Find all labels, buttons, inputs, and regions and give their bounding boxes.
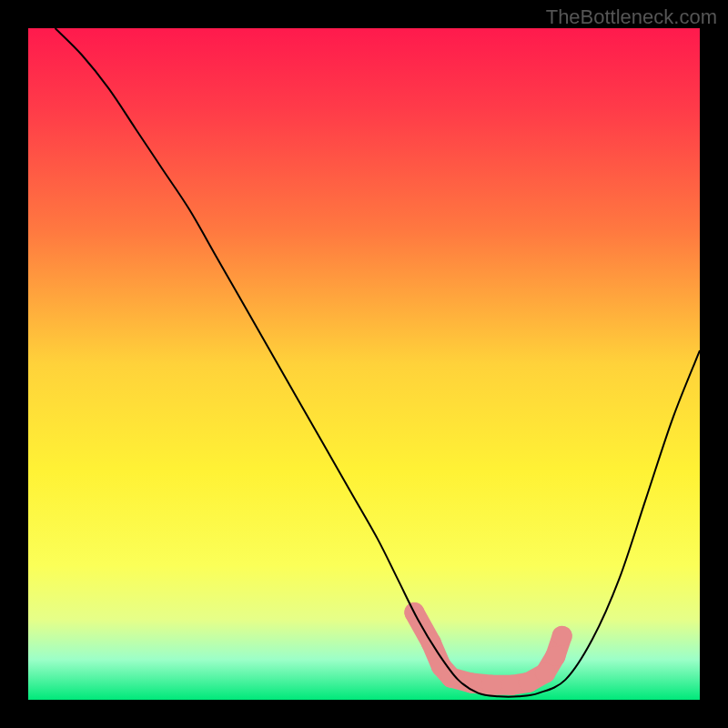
- svg-point-19: [545, 646, 565, 666]
- bottleneck-chart: [0, 0, 728, 728]
- svg-point-15: [481, 675, 501, 695]
- svg-point-20: [552, 626, 572, 646]
- svg-point-16: [501, 675, 521, 695]
- svg-point-17: [519, 672, 539, 693]
- watermark-text: TheBottleneck.com: [546, 5, 717, 29]
- svg-point-18: [535, 662, 555, 682]
- chart-container: { "watermark": "TheBottleneck.com", "cha…: [0, 0, 728, 728]
- plot-background: [28, 28, 700, 700]
